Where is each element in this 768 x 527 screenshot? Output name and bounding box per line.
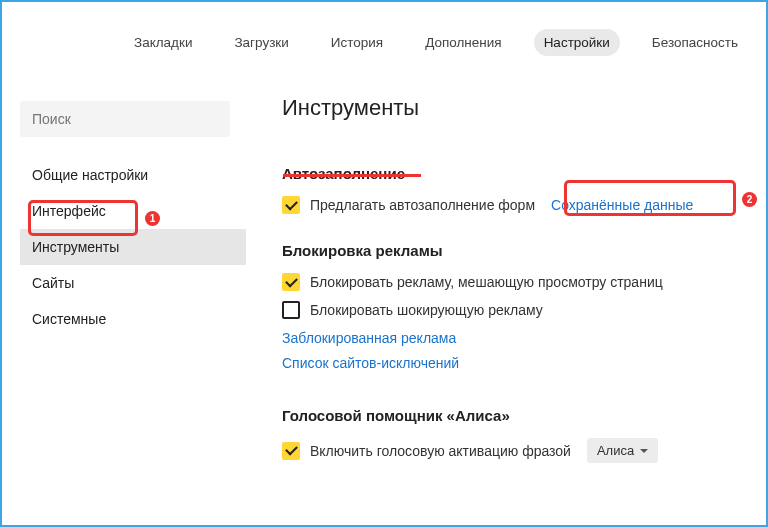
- section-adblock: Блокировка рекламы Блокировать рекламу, …: [282, 242, 766, 379]
- section-autofill: Автозаполнение Предлагать автозаполнение…: [282, 165, 766, 214]
- sidebar-item-sites[interactable]: Сайты: [20, 265, 246, 301]
- link-saved-data[interactable]: Сохранённые данные: [551, 197, 693, 213]
- search-input[interactable]: [20, 101, 230, 137]
- link-blocked-ads[interactable]: Заблокированная реклама: [282, 330, 456, 346]
- section-voice: Голосовой помощник «Алиса» Включить голо…: [282, 407, 766, 463]
- tab-downloads[interactable]: Загрузки: [224, 29, 298, 56]
- heading-adblock: Блокировка рекламы: [282, 242, 766, 259]
- top-tabs: Закладки Загрузки История Дополнения Нас…: [2, 2, 766, 91]
- sidebar-item-general[interactable]: Общие настройки: [20, 157, 246, 193]
- checkbox-block-shocking[interactable]: [282, 301, 300, 319]
- checkbox-block-intrusive[interactable]: [282, 273, 300, 291]
- content-area: Инструменты Автозаполнение Предлагать ав…: [250, 91, 766, 527]
- tab-bookmarks[interactable]: Закладки: [124, 29, 202, 56]
- checkbox-voice-activation[interactable]: [282, 442, 300, 460]
- label-block-shocking: Блокировать шокирующую рекламу: [310, 302, 543, 318]
- tab-settings[interactable]: Настройки: [534, 29, 620, 56]
- tab-addons[interactable]: Дополнения: [415, 29, 511, 56]
- sidebar-item-interface[interactable]: Интерфейс: [20, 193, 246, 229]
- label-voice-activation: Включить голосовую активацию фразой: [310, 443, 571, 459]
- dropdown-voice-phrase[interactable]: Алиса: [587, 438, 658, 463]
- sidebar-item-tools[interactable]: Инструменты: [20, 229, 246, 265]
- heading-autofill: Автозаполнение: [282, 165, 766, 182]
- page-title: Инструменты: [282, 95, 766, 121]
- label-block-intrusive: Блокировать рекламу, мешающую просмотру …: [310, 274, 663, 290]
- sidebar: Общие настройки Интерфейс Инструменты Са…: [2, 91, 250, 527]
- checkbox-autofill[interactable]: [282, 196, 300, 214]
- sidebar-item-system[interactable]: Системные: [20, 301, 246, 337]
- tab-security[interactable]: Безопасность: [642, 29, 748, 56]
- heading-voice: Голосовой помощник «Алиса»: [282, 407, 766, 424]
- label-autofill: Предлагать автозаполнение форм: [310, 197, 535, 213]
- link-exceptions[interactable]: Список сайтов-исключений: [282, 355, 459, 371]
- tab-history[interactable]: История: [321, 29, 393, 56]
